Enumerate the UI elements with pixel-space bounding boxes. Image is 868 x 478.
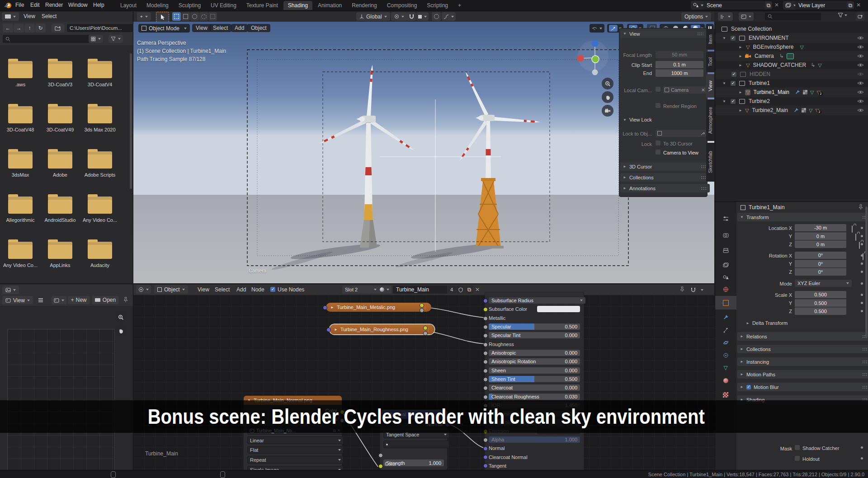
hide-icon[interactable] xyxy=(857,63,864,67)
filebrowser-menu-select[interactable]: Select xyxy=(42,13,57,19)
viewport-3d[interactable]: Object Mode View Select Add Object Camer… xyxy=(133,22,714,283)
hide-icon[interactable] xyxy=(857,45,864,49)
outliner-row-turbine1[interactable]: ▼ ✓ Turbine1 xyxy=(715,79,868,88)
viewport-menu-add[interactable]: Add xyxy=(231,24,248,32)
folder-item[interactable]: 3D-CoatV48 xyxy=(8,106,40,132)
menu-file[interactable]: File xyxy=(15,2,24,8)
image-open-button[interactable]: Open xyxy=(92,296,118,304)
collapse-icon[interactable]: ► xyxy=(334,328,338,332)
clip-end-field[interactable]: 1000 m xyxy=(656,69,703,77)
tab-uv-editing[interactable]: UV Editing xyxy=(206,1,241,10)
view-layer-unlink-icon[interactable]: ✕ xyxy=(856,2,861,8)
holdout-checkbox[interactable] xyxy=(795,456,800,461)
tab-atmosphere[interactable]: Atmosphere xyxy=(706,99,714,141)
input-socket[interactable] xyxy=(483,446,488,451)
input-socket[interactable] xyxy=(483,342,488,347)
shadow-catcher-checkbox[interactable] xyxy=(795,445,800,450)
select-circle-button[interactable] xyxy=(190,12,199,21)
material-unlink-icon[interactable]: ✕ xyxy=(475,286,480,293)
input-socket[interactable] xyxy=(483,455,488,459)
material-copy-button[interactable]: ⧉ xyxy=(465,286,473,294)
input-socket[interactable] xyxy=(483,386,488,390)
file-search-input[interactable] xyxy=(3,35,90,43)
tab-tool[interactable]: Tool xyxy=(706,52,714,72)
mode-dropdown[interactable]: Object Mode xyxy=(138,24,190,33)
animate-dot[interactable] xyxy=(861,282,863,285)
expand-icon[interactable]: ► xyxy=(739,108,742,112)
to-3d-cursor-checkbox[interactable] xyxy=(656,141,660,145)
editor-type-image[interactable] xyxy=(2,286,19,294)
slot-dropdown[interactable]: Slot 2 xyxy=(342,286,379,294)
rotation-mode-dropdown[interactable]: XYZ Euler xyxy=(795,280,852,287)
view-layer-copy-button[interactable]: ⧉ xyxy=(847,1,854,9)
rotation-y-field[interactable]: 0° xyxy=(795,260,846,267)
shader-menu-node[interactable]: Node xyxy=(251,286,264,293)
specular-tint-row[interactable]: Specular Tint0.000 xyxy=(489,332,580,338)
back-button[interactable]: ← xyxy=(3,23,13,33)
properties-tab-constraints[interactable] xyxy=(719,350,732,360)
proportional-edit-button[interactable] xyxy=(432,12,441,21)
collections-panel-header[interactable]: ►Collections xyxy=(620,173,710,182)
rotation-x-field[interactable]: 0° xyxy=(795,252,846,259)
falloff-dropdown[interactable] xyxy=(442,12,456,21)
shader-menu-select[interactable]: Select xyxy=(215,286,230,293)
forward-button[interactable]: → xyxy=(14,23,24,33)
properties-tab-texture[interactable] xyxy=(719,390,732,400)
animate-dot[interactable] xyxy=(861,446,863,449)
hide-icon[interactable] xyxy=(857,81,864,85)
motion-blur-checkbox[interactable]: ✓ xyxy=(746,385,751,389)
collection-checkbox[interactable]: ✓ xyxy=(731,36,736,41)
render-region-checkbox[interactable] xyxy=(656,103,660,108)
subsurface-radius-dropdown[interactable]: Subsurface Radius xyxy=(489,297,585,304)
blender-logo[interactable] xyxy=(4,1,12,9)
panel-grip[interactable] xyxy=(697,32,703,35)
input-socket[interactable] xyxy=(483,369,488,373)
instancing-panel-header[interactable]: ►Instancing xyxy=(737,357,868,366)
animate-dot[interactable] xyxy=(861,254,863,257)
folder-item[interactable]: Any Video Co... xyxy=(88,197,119,223)
animate-dot[interactable] xyxy=(861,271,863,273)
view-lock-subheader[interactable]: ▼View Lock xyxy=(623,117,652,122)
display-mode-dropdown[interactable] xyxy=(89,35,103,43)
image-menu-view[interactable]: View xyxy=(2,296,33,305)
node-roughness-texture[interactable]: ► Turbine_Main_Roughness.png ❘❘ xyxy=(330,324,434,334)
pin-icon[interactable] xyxy=(679,286,685,292)
color-swatch[interactable] xyxy=(537,306,580,312)
collection-checkbox[interactable]: ✓ xyxy=(731,81,736,86)
vector-input-socket[interactable] xyxy=(323,305,327,310)
tab-item[interactable]: Item xyxy=(706,29,714,50)
local-camera-field[interactable]: Camera✕ xyxy=(663,86,707,94)
collection-checkbox[interactable]: ✓ xyxy=(731,72,736,77)
folder-item[interactable]: 3D-CoatV4 xyxy=(88,61,119,87)
properties-tab-physics[interactable] xyxy=(719,337,732,347)
image-zoom-button[interactable] xyxy=(115,311,127,323)
animate-dot[interactable] xyxy=(861,310,863,312)
anisotropic-rotation-row[interactable]: Anisotropic Rotation0.000 xyxy=(489,358,580,365)
scale-x-field[interactable]: 0.500 xyxy=(795,291,846,298)
input-socket[interactable] xyxy=(483,377,488,382)
alpha-output-socket[interactable] xyxy=(423,331,428,336)
tab-sculpting[interactable]: Sculpting xyxy=(174,1,205,10)
lock-to-object-field[interactable] xyxy=(656,130,707,137)
view-panel-header[interactable]: ▼View xyxy=(620,29,706,38)
local-camera-checkbox[interactable] xyxy=(656,87,660,92)
properties-tab-scene[interactable] xyxy=(719,272,732,282)
expand-icon[interactable]: ► xyxy=(739,90,742,94)
roughness-row[interactable]: Roughness xyxy=(489,341,580,347)
input-socket[interactable] xyxy=(483,333,488,338)
visibility-dropdown[interactable] xyxy=(590,24,604,33)
folder-item[interactable]: 3dsMax xyxy=(8,151,40,178)
new-folder-button[interactable] xyxy=(52,23,64,33)
snap-settings-dropdown[interactable] xyxy=(416,12,429,21)
folder-item[interactable]: 3D-CoatV3 xyxy=(48,61,80,87)
animate-dot[interactable] xyxy=(861,235,863,237)
location-x-field[interactable]: -30 m xyxy=(795,224,846,231)
select-lasso-button[interactable] xyxy=(199,12,208,21)
transform-panel-header[interactable]: ▼Transform xyxy=(737,213,868,221)
select-extend-button[interactable] xyxy=(208,12,217,21)
lock-icon[interactable] xyxy=(863,253,863,260)
pan-button[interactable] xyxy=(602,91,613,103)
animate-dot[interactable] xyxy=(861,262,863,265)
cursor-3d-panel-header[interactable]: ►3D Cursor xyxy=(620,162,710,171)
node-metalic-texture[interactable]: ► Turbine_Main_Metalic.png ❘❘ xyxy=(326,303,431,312)
